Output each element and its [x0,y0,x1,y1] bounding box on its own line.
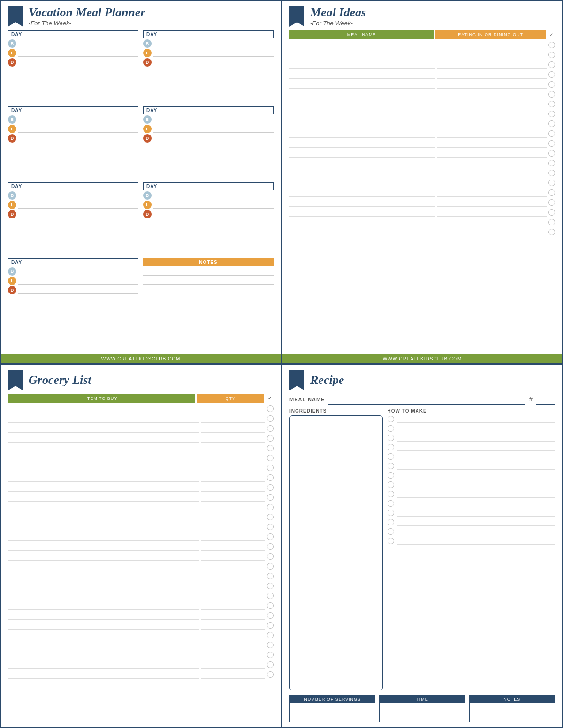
r-meal-label: MEAL NAME [289,397,325,402]
r-how-line [397,472,555,479]
note-line-5 [143,304,274,311]
mi-row [289,80,555,89]
badge-b7: B [8,267,16,276]
gl-circle [267,661,274,668]
meal-line-d5 [18,210,138,218]
mi-row [289,110,555,118]
r-how-line [397,509,555,517]
r-how-line [397,453,555,460]
r-hash-input[interactable] [536,394,555,405]
gl-row [8,473,274,482]
mi-circle [548,229,555,235]
gl-title: Grocery List [29,373,91,387]
mi-row [289,149,555,158]
vp-subtitle: -For The Week- [29,20,145,27]
meal-row-l7: L [8,277,138,285]
gl-circle [267,593,274,599]
mi-circle [548,170,555,176]
mi-row [289,218,555,226]
gl-circle [267,524,274,530]
grocery-list-section: Grocery List ITEM TO BUY QTY ✓ [0,364,282,728]
note-line-4 [143,295,274,302]
r-meal-name-row: MEAL NAME # [289,394,555,405]
r-how-line [397,500,555,507]
bookmark-icon [8,6,23,27]
note-line-1 [143,268,274,276]
recipe-section: Recipe MEAL NAME # INGREDIENTS HOW TO MA… [282,364,563,728]
meal-line-d2 [153,59,274,66]
gl-circle [267,573,274,579]
gl-row [8,533,274,541]
r-how-circle [388,472,394,479]
r-meal-input[interactable] [328,394,525,405]
mi-circle [548,189,555,196]
gl-row [8,562,274,570]
day-block-5: DAY B L D [8,182,138,255]
mi-circle [548,111,555,117]
gl-row [8,434,274,443]
badge-d7: D [8,286,16,294]
meal-line-b7 [18,268,138,275]
vp-title-block: Vacation Meal Planner -For The Week- [29,6,145,27]
day-block-1: DAY B L D [8,30,138,104]
mi-row [289,100,555,108]
r-how-row [388,537,555,545]
meal-line-b5 [18,192,138,199]
gl-row [8,621,274,630]
mi-bookmark-icon [289,6,304,27]
r-how-line [397,490,555,498]
badge-l7: L [8,277,16,285]
r-servings-content[interactable] [290,703,375,722]
badge-b4: B [143,115,152,124]
meal-line-d1 [18,59,138,66]
r-how-line [397,443,555,451]
mi-circle [548,52,555,58]
r-title: Recipe [310,373,344,387]
gl-circle [267,514,274,520]
vacation-planner-section: Vacation Meal Planner -For The Week- DAY… [0,0,282,364]
r-how-line [397,434,555,442]
meal-line-d4 [153,135,274,142]
badge-b5: B [8,191,16,200]
day-label-7: DAY [8,258,138,266]
r-how-row [388,481,555,488]
badge-l1: L [8,49,16,57]
badge-b6: B [143,191,152,200]
vp-website: WWW.CREATEKIDSCLUB.COM [1,354,281,363]
meal-row-b6: B [143,191,274,200]
mi-subtitle: -For The Week- [310,20,366,27]
meal-line-b1 [18,40,138,47]
r-ingredients-box[interactable] [289,415,383,691]
badge-l6: L [143,201,152,209]
r-how-line [397,481,555,488]
badge-d4: D [143,134,152,143]
r-notes-content[interactable] [470,703,555,722]
gl-row [8,601,274,610]
mi-circle [548,71,555,78]
gl-circle [267,405,274,412]
badge-b1: B [8,39,16,48]
gl-row [8,660,274,669]
r-bottom-row: NUMBER OF SERVINGS TIME NOTES [289,695,555,722]
gl-circle [267,415,274,422]
meal-line-l5 [18,201,138,209]
day-label-2: DAY [143,30,274,38]
gl-row [8,572,274,580]
day-label-4: DAY [143,106,274,114]
r-time-content[interactable] [380,703,464,722]
gl-circle [267,671,274,678]
r-how-line [397,425,555,432]
meal-line-l4 [153,125,274,133]
meal-line-l6 [153,201,274,209]
meal-row-d2: D [143,58,274,67]
meal-line-l7 [18,277,138,285]
gl-circle [267,445,274,451]
r-how-circle [388,519,394,525]
r-servings-box: NUMBER OF SERVINGS [289,695,375,722]
meal-row-b2: B [143,39,274,48]
vp-header: Vacation Meal Planner -For The Week- [8,6,274,27]
meal-line-d6 [153,210,274,218]
r-how-label: HOW TO MAKE [388,408,555,413]
gl-circle [267,652,274,658]
gl-bookmark-icon [8,370,23,390]
